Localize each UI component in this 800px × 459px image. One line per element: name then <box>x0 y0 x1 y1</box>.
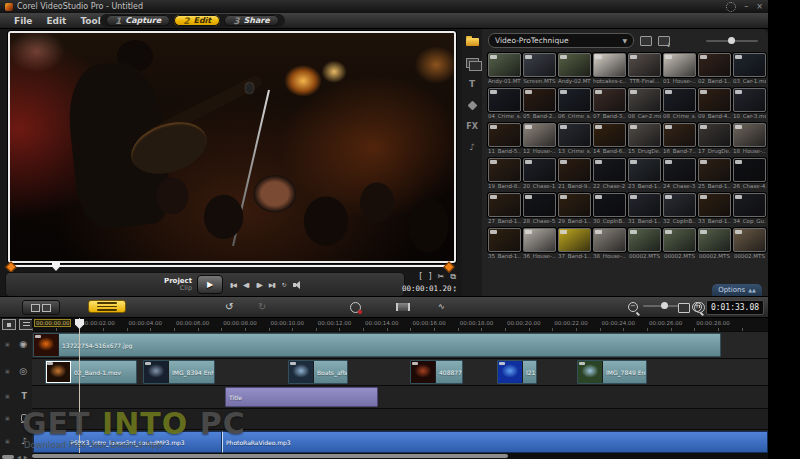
timeline-clip[interactable]: 13722754-516x677.jpg <box>33 333 721 357</box>
title-icon[interactable]: T <box>465 78 480 90</box>
library-item[interactable]: 25_Band-1... <box>698 158 731 190</box>
library-item[interactable]: 17_DrugDe... <box>698 123 731 155</box>
library-item[interactable]: 01_House-... <box>663 53 696 85</box>
library-item[interactable]: 19_Band-8... <box>488 158 521 190</box>
library-item[interactable]: 09_Band-4... <box>698 88 731 120</box>
auto-music-button[interactable]: ∿ <box>438 300 445 313</box>
settings-gear-icon[interactable] <box>726 2 736 12</box>
timeline-clip[interactable]: 02_Band-1.mov <box>45 360 137 384</box>
library-item[interactable]: 08_Car-2.mov <box>628 88 661 120</box>
library-item[interactable]: 29_Band-1... <box>558 193 591 225</box>
library-item[interactable]: 36_House-... <box>523 228 556 260</box>
mark-in-button[interactable]: [ <box>419 272 422 282</box>
library-item[interactable]: 38_House-... <box>593 228 626 260</box>
library-item[interactable]: 02_Band-1... <box>698 53 731 85</box>
volume-icon[interactable] <box>293 281 304 289</box>
gallery-dropdown[interactable]: Video-ProTechnique ▼ <box>488 33 634 48</box>
library-item[interactable]: 08_Crime_s... <box>663 88 696 120</box>
timeline-clip[interactable]: PhotoRaRaVideo.mp3 <box>222 431 768 453</box>
library-item[interactable]: 12_House-... <box>523 123 556 155</box>
timeline-playhead[interactable] <box>79 318 80 453</box>
timeline-clip[interactable]: 4088771 <box>410 360 463 384</box>
timeline-ruler[interactable]: 00:00:00.0000:00:02.0000:00:04.0000:00:0… <box>32 318 768 332</box>
import-media-icon[interactable] <box>658 36 670 46</box>
tab-share[interactable]: 3 Share <box>224 15 279 26</box>
library-item[interactable]: 16_Band-7... <box>663 123 696 155</box>
transition-icon[interactable] <box>465 57 480 69</box>
timeline-view-button[interactable] <box>88 300 126 313</box>
tab-capture[interactable]: 1 Capture <box>106 15 170 26</box>
voice-track[interactable] <box>32 408 768 430</box>
thumbnail-size-slider[interactable] <box>706 40 758 42</box>
library-item[interactable]: 05_Band-2... <box>523 88 556 120</box>
fit-project-button[interactable] <box>678 303 690 313</box>
library-item[interactable]: 07_Band-3... <box>593 88 626 120</box>
timeline-clip[interactable]: Title <box>225 387 378 407</box>
scrubber-playhead[interactable] <box>52 261 60 271</box>
library-item[interactable]: 14_Band-6... <box>593 123 626 155</box>
timeline-clip[interactable]: IMG_7849 Enhan <box>577 360 647 384</box>
library-item[interactable]: Screen.MTS <box>523 53 556 85</box>
library-item[interactable]: 22_Chase-2... <box>593 158 626 190</box>
prev-frame-button[interactable]: ◀▮ <box>243 281 249 288</box>
library-item[interactable]: 24_Chase-3... <box>663 158 696 190</box>
undo-button[interactable]: ↺ <box>225 300 233 313</box>
library-item[interactable]: 28_Chase-5... <box>523 193 556 225</box>
add-folder-icon[interactable] <box>640 36 652 46</box>
library-item[interactable]: 33_Band-1... <box>698 193 731 225</box>
enlarge-preview-button[interactable]: ⧉ <box>450 272 456 282</box>
timeline-scrollbar[interactable] <box>32 453 768 459</box>
sound-mixer-button[interactable] <box>396 303 410 311</box>
library-item[interactable]: 27_Band-1... <box>488 193 521 225</box>
library-item[interactable]: 35_Band-1... <box>488 228 521 260</box>
library-item[interactable]: 00002.MTS <box>733 228 766 260</box>
library-item[interactable]: 10_Car-3.mov <box>733 88 766 120</box>
timecode-spinner[interactable]: ▲▼ <box>454 285 456 292</box>
library-item[interactable]: Andy-02.MTS <box>558 53 591 85</box>
timeline-clip[interactable]: PSPX3_intro_lower3rd_soundMP3.mp3 <box>33 431 222 453</box>
home-button[interactable]: ▮◀ <box>230 281 236 288</box>
clip-mode-label[interactable]: Clip <box>164 285 192 292</box>
record-capture-button[interactable] <box>350 302 361 313</box>
video-track-header[interactable]: ▣◉ <box>0 331 32 357</box>
mark-out-button[interactable]: ] <box>428 272 431 282</box>
library-item[interactable]: 15_DrugDe... <box>628 123 661 155</box>
zoom-out-icon[interactable]: − <box>628 302 638 312</box>
library-item[interactable]: 04_Crime_s... <box>488 88 521 120</box>
close-button[interactable]: × <box>756 2 763 11</box>
library-item[interactable]: 31_Band-1... <box>628 193 661 225</box>
play-button[interactable]: ▶ <box>197 275 223 294</box>
minimize-button[interactable]: – <box>744 2 748 11</box>
overlay-track-header[interactable]: ▣◎ <box>0 358 32 384</box>
library-item[interactable]: 18_House-... <box>733 123 766 155</box>
library-item[interactable]: Andy-01.MTS <box>488 53 521 85</box>
end-button[interactable]: ▶▮ <box>269 281 275 288</box>
menu-file[interactable]: File <box>14 16 32 26</box>
timeline-clip[interactable]: IMG_8394 Enhan <box>143 360 215 384</box>
video-track[interactable]: 13722754-516x677.jpg <box>32 331 768 359</box>
music-track[interactable]: PSPX3_intro_lower3rd_soundMP3.mp3PhotoRa… <box>32 429 768 455</box>
library-item[interactable]: 37_Band-1... <box>558 228 591 260</box>
redo-button[interactable]: ↻ <box>258 300 266 313</box>
media-icon[interactable] <box>465 36 480 48</box>
music-track-header[interactable]: ▣♪ <box>0 429 32 453</box>
library-item[interactable]: 11_Band-5... <box>488 123 521 155</box>
preview-timecode[interactable]: 00:00:01.20 <box>402 284 452 293</box>
repeat-button[interactable]: ↻ <box>282 281 286 288</box>
library-item[interactable]: 00002.MTS <box>698 228 731 260</box>
library-item[interactable]: 23_Band-1... <box>628 158 661 190</box>
title-track-header[interactable]: ▣T <box>0 385 32 407</box>
voice-track-header[interactable]: ▣ <box>0 408 32 428</box>
track-list-view-icon[interactable] <box>19 319 33 330</box>
library-item[interactable]: 13_Crime_s... <box>558 123 591 155</box>
library-item[interactable]: 20_Chase-1... <box>523 158 556 190</box>
timeline-clip[interactable]: I21 <box>497 360 537 384</box>
overlay-track[interactable]: 02_Band-1.movIMG_8394 EnhanBoats_after40… <box>32 358 768 386</box>
library-item[interactable]: 06_Crime_s... <box>558 88 591 120</box>
library-item[interactable]: 21_Band-9... <box>558 158 591 190</box>
title-track[interactable]: Title <box>32 385 768 409</box>
library-item[interactable]: 03_Car-1.mov <box>733 53 766 85</box>
library-item[interactable]: 34_Cop_Gu... <box>733 193 766 225</box>
trim-start-handle[interactable] <box>5 261 16 272</box>
library-item[interactable]: 00002.MTS <box>628 228 661 260</box>
